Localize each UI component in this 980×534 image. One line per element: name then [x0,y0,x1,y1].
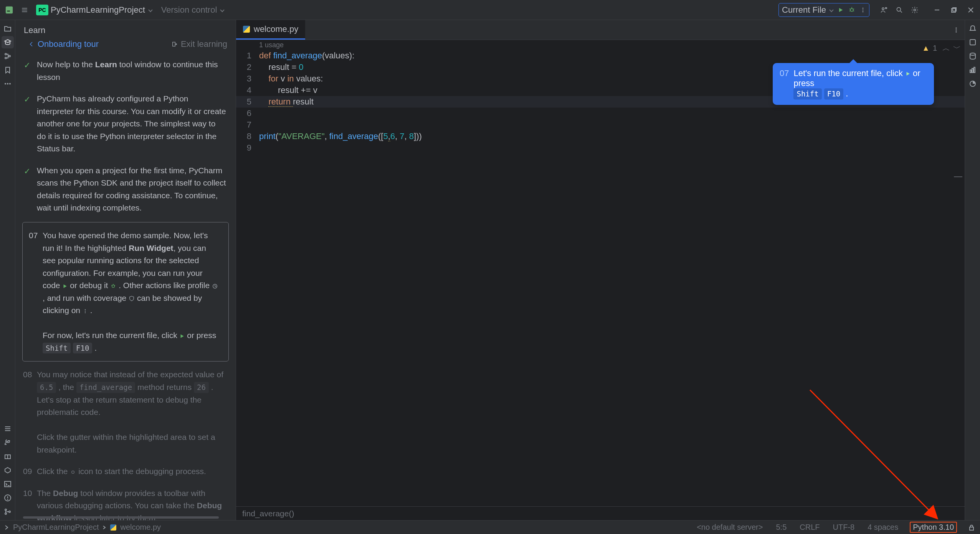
run-icon[interactable] [838,7,844,13]
chevron-down-icon[interactable]: ﹀ [953,43,961,53]
status-encoding[interactable]: UTF-8 [831,523,856,532]
more-icon [83,308,88,314]
usage-hint[interactable]: 1 usage [236,40,965,50]
svg-point-18 [897,7,901,11]
svg-point-55 [85,311,86,312]
right-tool-rail [965,20,980,520]
code-content[interactable]: result += v [259,85,317,96]
problems-tool-icon[interactable] [2,492,14,504]
status-file[interactable]: welcome.py [120,523,161,532]
status-cursor-pos[interactable]: 5:5 [774,523,788,532]
svg-point-27 [5,57,7,59]
gutter-line-number[interactable]: 7 [236,119,259,131]
minimize-icon[interactable] [931,4,943,16]
chevron-up-icon[interactable]: ︿ [942,43,950,53]
status-project[interactable]: PyCharmLearningProject [13,523,99,532]
close-icon[interactable] [965,4,977,16]
coverage-icon [129,295,135,302]
step-number: 09 [23,465,32,478]
run-config-selector[interactable]: Current File [782,5,833,15]
step-number: 08 [23,368,32,381]
vcs-tool-icon[interactable] [2,506,14,518]
learn-tool-icon[interactable] [2,36,14,48]
gutter-line-number[interactable]: 9 [236,142,259,154]
code-content[interactable]: def find_average(values): [259,50,354,61]
debug-icon [110,283,116,289]
onboarding-back-link[interactable]: Onboarding tour [28,39,99,49]
code-content[interactable]: print("AVERAGE", find_average([5,6, 7, 8… [259,131,422,142]
editor-area: welcome.py ▲ 1 ︿ ﹀ 1 usage 1def find_ave… [236,20,965,520]
gutter-line-number[interactable]: 1 [236,50,259,61]
gutter-line-number[interactable]: 3 [236,73,259,85]
bookmarks-tool-icon[interactable] [2,64,14,76]
debug-icon[interactable] [848,7,855,13]
gutter-line-number[interactable]: 2 [236,61,259,73]
run-icon [905,71,911,76]
python-console-icon[interactable] [2,436,14,449]
learn-scrollbar[interactable] [15,516,236,520]
run-widget[interactable]: Current File [778,3,869,17]
check-icon: ✓ [24,165,31,178]
exit-learning-label: Exit learning [181,39,227,49]
code-line[interactable]: 8print("AVERAGE", find_average([5,6, 7, … [236,131,965,142]
status-server[interactable]: <no default server> [695,523,764,532]
search-icon[interactable] [893,4,906,16]
more-tools-icon[interactable] [2,78,14,90]
warning-icon: ▲ [922,44,930,53]
coverage-rail-icon[interactable] [967,78,979,90]
tab-more-icon[interactable] [953,27,959,33]
code-line[interactable]: 9 [236,142,965,154]
gutter-line-number[interactable]: 4 [236,85,259,96]
ai-assistant-icon[interactable] [967,36,979,48]
run-icon [179,333,185,339]
project-selector[interactable]: PC PyCharmLearningProject [34,5,154,15]
code-line[interactable]: 7 [236,119,965,131]
editor-breadcrumb[interactable]: find_average() [236,506,965,520]
exit-learning-link[interactable]: Exit learning [172,39,227,49]
maximize-icon[interactable] [948,4,960,16]
gutter-line-number[interactable]: 6 [236,108,259,119]
warning-count: 1 [933,44,937,53]
svg-point-44 [9,511,10,512]
code-with-me-icon[interactable] [878,4,890,16]
sciview-icon[interactable] [967,64,979,76]
todo-tool-icon[interactable] [2,423,14,435]
structure-tool-icon[interactable] [2,50,14,62]
collapse-region-icon[interactable]: — [954,171,962,181]
editor-tabbar: welcome.py [236,20,965,40]
lesson-step-07-active: 07 You have opened the demo sample. Now,… [22,222,229,362]
code-content[interactable]: return result [259,96,314,108]
status-indent[interactable]: 4 spaces [866,523,900,532]
svg-point-61 [955,29,957,30]
kbd-shift: Shift [793,88,821,100]
vcs-selector[interactable]: Version control [161,5,224,15]
main-menu-icon[interactable] [18,4,31,16]
code-editor[interactable]: ▲ 1 ︿ ﹀ 1 usage 1def find_average(values… [236,40,965,506]
inspection-badge[interactable]: ▲ 1 ︿ ﹀ [922,43,961,53]
status-line-ending[interactable]: CRLF [798,523,821,532]
run-icon [62,284,68,289]
code-content[interactable]: for v in values: [259,73,323,85]
python-packages-icon[interactable] [2,450,14,463]
status-lock-icon[interactable] [967,524,976,531]
database-icon[interactable] [967,50,979,62]
project-tool-icon[interactable] [2,22,14,35]
status-interpreter[interactable]: Python 3.10 [910,522,957,533]
services-tool-icon[interactable] [2,464,14,476]
gutter-line-number[interactable]: 5 [236,96,259,108]
notifications-icon[interactable] [967,22,979,35]
code-content[interactable]: result = 0 [259,61,304,73]
svg-point-26 [5,53,7,55]
lesson-step-interpreter: ✓ PyCharm has already configured a Pytho… [15,90,236,162]
svg-rect-64 [970,40,975,45]
code-line[interactable]: 6 [236,108,965,119]
svg-marker-37 [5,468,10,473]
svg-rect-0 [6,6,13,13]
gutter-line-number[interactable]: 8 [236,131,259,142]
svg-point-20 [914,9,916,11]
svg-rect-35 [5,455,8,459]
terminal-tool-icon[interactable] [2,478,14,490]
editor-tab-welcome[interactable]: welcome.py [236,20,305,40]
more-actions-icon[interactable] [860,7,866,13]
settings-icon[interactable] [909,4,921,16]
